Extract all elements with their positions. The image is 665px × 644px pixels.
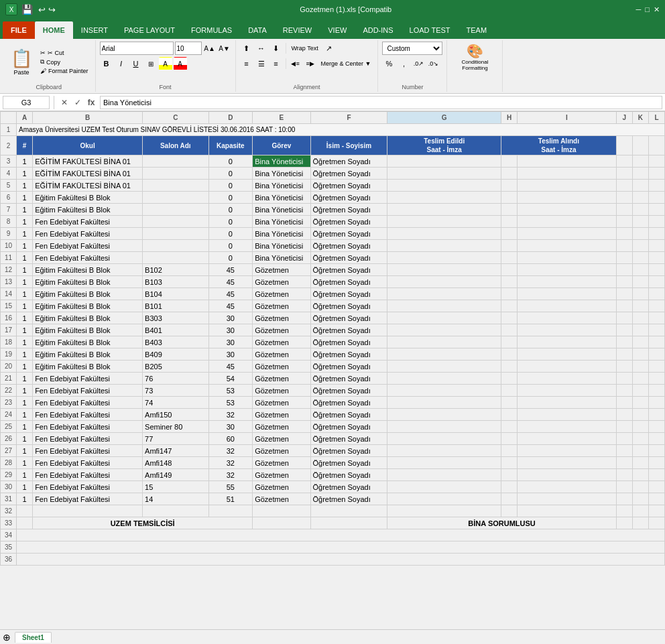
cell[interactable] (616, 493, 632, 505)
tab-insert[interactable]: INSERT (73, 21, 116, 39)
cell[interactable] (648, 324, 664, 336)
cell[interactable]: 1 (17, 421, 33, 433)
cell[interactable]: Öğretmen Soyadı (310, 168, 387, 180)
cell[interactable]: Fen Edebiyat Fakültesi (33, 228, 143, 240)
cell[interactable]: Bina Yöneticisi (253, 228, 310, 240)
cell[interactable] (387, 204, 501, 216)
comma-button[interactable]: , (397, 57, 410, 70)
cell[interactable] (387, 228, 501, 240)
add-sheet-button[interactable]: ⊕ (3, 632, 11, 642)
cell[interactable]: Gözetmen (253, 469, 310, 481)
cell[interactable]: 53 (208, 397, 253, 409)
cell[interactable] (648, 433, 664, 445)
fill-color-button[interactable]: A (159, 57, 172, 70)
cell[interactable] (616, 204, 632, 216)
cell[interactable]: Gözetmen (253, 264, 310, 276)
cell[interactable]: Öğretmen Soyadı (310, 481, 387, 493)
cell[interactable] (518, 216, 617, 228)
cell[interactable] (253, 517, 310, 529)
cell[interactable]: 1 (17, 168, 33, 180)
cell[interactable] (648, 517, 664, 529)
cell[interactable] (616, 457, 632, 469)
cell[interactable]: 1 (17, 228, 33, 240)
cell[interactable] (501, 276, 517, 288)
cell[interactable] (387, 385, 501, 397)
cell[interactable] (17, 505, 33, 517)
sheet-tab-1[interactable]: Sheet1 (15, 632, 52, 642)
cell[interactable] (518, 192, 617, 204)
cell[interactable]: Gözetmen (253, 361, 310, 373)
cell[interactable] (518, 385, 617, 397)
tab-team[interactable]: TEAM (459, 21, 495, 39)
cell[interactable] (616, 397, 632, 409)
cell[interactable]: 0 (208, 216, 253, 228)
cell[interactable] (616, 155, 632, 168)
cell[interactable] (501, 300, 517, 312)
cell[interactable] (518, 264, 617, 276)
col-K[interactable]: K (632, 112, 648, 124)
cell[interactable]: 1 (17, 336, 33, 348)
cell[interactable]: Öğretmen Soyadı (310, 300, 387, 312)
cell[interactable] (501, 288, 517, 300)
header-gorev[interactable]: Görev (253, 136, 310, 155)
cell[interactable]: 1 (17, 180, 33, 192)
cell[interactable]: EĞİTİM FAKÜLTESİ BİNA 01 (33, 155, 143, 168)
cell[interactable] (518, 445, 617, 457)
tab-addins[interactable]: ADD-INS (355, 21, 401, 39)
cell[interactable] (143, 505, 208, 517)
tab-formulas[interactable]: FORMULAS (183, 21, 240, 39)
cell[interactable]: Amfi150 (143, 409, 208, 421)
cell[interactable] (632, 505, 648, 517)
cell[interactable] (648, 300, 664, 312)
cell[interactable] (616, 264, 632, 276)
cell[interactable] (616, 361, 632, 373)
cell[interactable] (501, 155, 517, 168)
cell[interactable]: Öğretmen Soyadı (310, 324, 387, 336)
cell[interactable]: 0 (208, 192, 253, 204)
cell[interactable]: B103 (143, 276, 208, 288)
cell[interactable]: Gözetmen (253, 433, 310, 445)
cell[interactable] (501, 312, 517, 324)
cell[interactable]: 45 (208, 300, 253, 312)
cell[interactable] (387, 288, 501, 300)
copy-button[interactable]: ⧉ Copy (38, 58, 91, 66)
cell[interactable]: 0 (208, 168, 253, 180)
cell[interactable] (648, 348, 664, 361)
cell[interactable]: Gözetmen (253, 300, 310, 312)
merge-center-button[interactable]: Merge & Center ▼ (318, 57, 374, 70)
cell[interactable]: Öğretmen Soyadı (310, 336, 387, 348)
cell[interactable]: Öğretmen Soyadı (310, 421, 387, 433)
cell[interactable]: B205 (143, 361, 208, 373)
cell[interactable]: Eğitim Fakültesi B Blok (33, 288, 143, 300)
cell[interactable]: Eğitim Fakültesi B Blok (33, 300, 143, 312)
cell[interactable] (632, 264, 648, 276)
cell[interactable] (518, 204, 617, 216)
cell[interactable] (501, 421, 517, 433)
paste-button[interactable]: 📋 Paste (7, 46, 36, 78)
cell[interactable] (648, 457, 664, 469)
cell[interactable]: 1 (17, 469, 33, 481)
cell[interactable] (387, 493, 501, 505)
header-salon[interactable]: Salon Adı (143, 136, 208, 155)
cell[interactable]: Öğretmen Soyadı (310, 361, 387, 373)
cell[interactable]: Öğretmen Soyadı (310, 409, 387, 421)
col-A[interactable]: A (17, 112, 33, 124)
cell[interactable] (648, 481, 664, 493)
cell[interactable] (632, 421, 648, 433)
cell[interactable] (387, 252, 501, 264)
cell[interactable]: 0 (208, 240, 253, 252)
cell[interactable]: 1 (17, 433, 33, 445)
orientation-button[interactable]: ↗ (322, 42, 336, 55)
cell[interactable] (648, 421, 664, 433)
cell[interactable]: 55 (208, 481, 253, 493)
cell[interactable]: Öğretmen Soyadı (310, 433, 387, 445)
cell[interactable] (632, 216, 648, 228)
cell[interactable] (632, 397, 648, 409)
cell[interactable]: Fen Edebiyat Fakültesi (33, 409, 143, 421)
cell[interactable] (253, 505, 310, 517)
cell[interactable]: 1 (17, 385, 33, 397)
cell[interactable] (387, 264, 501, 276)
cell[interactable]: 30 (208, 336, 253, 348)
percent-button[interactable]: % (382, 57, 396, 70)
col-G[interactable]: G (387, 112, 501, 124)
